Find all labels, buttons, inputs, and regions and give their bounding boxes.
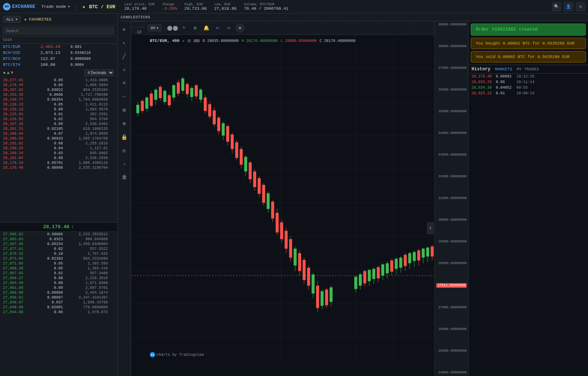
coin-list-item[interactable]: BTC/ETH 100.00 0.0004 bbox=[0, 62, 117, 68]
orderbook-sell-row[interactable]: 28,249.77 0.06354 1,794.9903858 bbox=[0, 97, 117, 102]
line-tool[interactable]: ╱ bbox=[119, 51, 129, 61]
orderbook-buy-row[interactable]: 27,877.61 0.02 557.5522 bbox=[0, 247, 117, 251]
orderbook-sell-row[interactable]: 28,190.25 0.04 1,127.61 bbox=[0, 146, 117, 151]
user-icon-button[interactable]: 👤 bbox=[564, 2, 573, 11]
coin-list-item[interactable]: BTC/EUR 2,483.49 0.081 bbox=[0, 44, 117, 50]
brand-name: EXCHANGE bbox=[12, 4, 35, 9]
decimals-select[interactable]: 4 Decimals 2 Decimals 6 Decimals 8 Decim… bbox=[84, 69, 114, 76]
orderbook-buy-row[interactable]: 27,887.56 0.05234 1,459.6348904 bbox=[0, 242, 117, 247]
delete-tool[interactable]: 🗑 bbox=[119, 172, 129, 182]
orderbook-buy-row[interactable]: 27,860.00 0.09809 2,454.1874 bbox=[0, 290, 117, 295]
alert-icon[interactable]: 🔔 bbox=[202, 24, 211, 33]
favorites-tool[interactable]: ⬦ bbox=[119, 159, 129, 169]
orderbook-buy-row[interactable]: 27,846.09 0.02801 779.9689809 bbox=[0, 305, 117, 310]
orderbook-buy-row[interactable]: 27,893.03 0.0323 900.944869 bbox=[0, 237, 117, 242]
chart-left-tools: ✛ ↖ ╱ ∠ ≡ ← ⊞ ⊕ 🔒 ◎ ⬦ 🗑 bbox=[118, 21, 131, 376]
top-header: GO EXCHANGE Trade mode ▾ ★ BTC / EUR Las… bbox=[0, 0, 588, 13]
sort-up-icon: ▲ bbox=[7, 70, 9, 76]
history-trade-row[interactable]: 28,025.22 0.01 10:09:13 bbox=[469, 91, 588, 96]
orderbook-sell-row[interactable]: 28,238.23 0.05 1,411.9115 bbox=[0, 102, 117, 107]
orderbook-buy-row[interactable]: 27,866.27 0.08 2,229.3016 bbox=[0, 276, 117, 281]
tab-favorites-label: ★ FAVORITES bbox=[24, 17, 51, 22]
orderbook-sell-row[interactable]: 28,176.48 0.08998 2,535.3196704 bbox=[0, 165, 117, 170]
forward-icon[interactable]: ↪ bbox=[224, 24, 233, 33]
orderbook-sell-row[interactable]: 28,207.18 0.09 2,538.6462 bbox=[0, 122, 117, 126]
sort-indicator: ● ▲ ▼ bbox=[3, 70, 13, 76]
eye-tool[interactable]: ◎ bbox=[119, 146, 129, 155]
coin-col-header: Coin bbox=[3, 38, 40, 42]
angle-tool[interactable]: ∠ bbox=[119, 65, 129, 74]
svg-rect-75 bbox=[262, 185, 265, 203]
svg-rect-37 bbox=[177, 82, 180, 94]
orderbook-sell-row[interactable]: 28,225.91 0.01 282.2591 bbox=[0, 112, 117, 117]
orderbook-buy-row[interactable]: 27,861.89 0.09 2,507.5701 bbox=[0, 285, 117, 290]
lock-tool[interactable]: 🔒 bbox=[119, 132, 129, 142]
measure-tool[interactable]: ⊞ bbox=[119, 105, 129, 115]
orderbook-sell-row[interactable]: 28,277.61 0.05 1,413.8805 bbox=[0, 78, 117, 83]
orderbook-buy-row[interactable]: 27,864.48 0.06 1,671.8688 bbox=[0, 281, 117, 285]
history-trade-row[interactable]: 28,176.48 0.00002 10:12:29 bbox=[469, 74, 588, 79]
h-price: 28,176.48 bbox=[472, 74, 496, 79]
orderbook-sell-row[interactable]: 28,253.26 0.0608 1,717.798208 bbox=[0, 92, 117, 97]
ohlc-high: H 28176.48000000 bbox=[242, 39, 278, 43]
crosshair-tool[interactable]: ✛ bbox=[119, 24, 129, 34]
pair-label[interactable]: ★ BTC / EUR bbox=[82, 4, 115, 10]
chart-close-button[interactable]: ✕ bbox=[236, 24, 245, 33]
volume-col-header bbox=[70, 38, 108, 42]
svg-rect-125 bbox=[395, 259, 398, 269]
search-input[interactable] bbox=[3, 27, 114, 34]
orderbook-buy-row[interactable]: 27,867.03 0.02 557.3406 bbox=[0, 271, 117, 276]
replay-icon[interactable]: ↩ bbox=[213, 24, 222, 33]
orderbook-sell-row[interactable]: 28,226.13 0.06 1,693.5678 bbox=[0, 107, 117, 112]
trade-mode-button[interactable]: Trade mode ▾ bbox=[41, 4, 70, 9]
search-button[interactable]: 🔍 bbox=[552, 2, 561, 11]
orderbook-buy-row[interactable]: 27,846.97 0.037 1,030.33789 bbox=[0, 300, 117, 305]
expand-chart-button[interactable]: ❯ bbox=[427, 222, 434, 234]
history-trade-row[interactable]: 28,033.25 0.08 10:11:14 bbox=[469, 79, 588, 85]
sold-notification: You sold 0.00002 BTC for 0.5635296 EUR bbox=[471, 51, 586, 62]
orderbook-sell-row[interactable]: 28,181.04 0.09 2,536.2936 bbox=[0, 156, 117, 161]
orderbook-sell-row[interactable]: 28,178.19 0.05701 1,606.4386119 bbox=[0, 161, 117, 165]
toolbar-separator bbox=[165, 25, 165, 31]
zoom-tool[interactable]: ⊕ bbox=[119, 119, 129, 128]
orderbook-buy-row[interactable]: 27,859.61 0.08067 2,247.4341387 bbox=[0, 295, 117, 300]
mid-price-value: 28,176.48 bbox=[43, 224, 69, 230]
indicator-icon[interactable]: ⚙ bbox=[191, 24, 200, 33]
orderbook-buy-row[interactable]: 27,868.36 0.05 1,393.418 bbox=[0, 266, 117, 271]
orderbook-buy-row[interactable]: 27,873.83 0.02383 664.2333689 bbox=[0, 256, 117, 261]
back-tool[interactable]: ← bbox=[119, 92, 129, 101]
ob-sell-total: 845.6802 bbox=[63, 151, 108, 155]
timeframe-8h-button[interactable]: 8h ▾ bbox=[148, 24, 162, 31]
orderbook-buy-row[interactable]: 27,876.32 0.10 2,787.632 bbox=[0, 251, 117, 256]
fibonacci-tool[interactable]: ≡ bbox=[119, 78, 129, 88]
orderbook-sell-row[interactable]: 28,201.31 0.02185 616.1986235 bbox=[0, 126, 117, 131]
cursor-tool[interactable]: ↖ bbox=[119, 38, 129, 48]
tab-favorites[interactable]: ★ FAVORITES bbox=[24, 17, 51, 22]
current-price-level: 27811.06000000 bbox=[436, 283, 467, 288]
high-value: 29,723.06 bbox=[185, 6, 207, 11]
orderbook-sell-row[interactable]: 28,189.34 0.03 845.6802 bbox=[0, 151, 117, 156]
svg-rect-27 bbox=[154, 90, 157, 100]
orderbook-sell-row[interactable]: 28,200.93 0.06933 1,955.1704769 bbox=[0, 136, 117, 141]
tab-all[interactable]: ALL ▾ bbox=[3, 16, 21, 23]
orderbook-buy-row[interactable]: 27,871.86 0.05 1,393.593 bbox=[0, 261, 117, 266]
orderbook-sell-row[interactable]: 28,218.52 0.02 564.3704 bbox=[0, 117, 117, 122]
orderbook-buy-row[interactable]: 27,896.02 0.08006 2,233.3553612 bbox=[0, 232, 117, 237]
candle-type-icon[interactable]: ⬤⬤ bbox=[168, 24, 177, 33]
settings-icon-button[interactable]: ⚙ bbox=[576, 2, 585, 11]
tab-markets[interactable]: MARKETS bbox=[495, 67, 512, 71]
orderbook-sell-row[interactable]: 28,191.02 0.08 2,255.2816 bbox=[0, 141, 117, 146]
change-stat: Change -3.55% bbox=[162, 3, 177, 11]
coin-list-item[interactable]: BCH/USD 2,873.13 0.0348218 bbox=[0, 50, 117, 56]
orderbook-sell-row[interactable]: 28,276.49 0.06 1,696.5894 bbox=[0, 83, 117, 88]
orderbook-buy-row[interactable]: 27,844.00 0.06 1,670.673 bbox=[0, 310, 117, 315]
compare-icon[interactable]: ≈ bbox=[179, 24, 188, 33]
ob-buy-total: 900.944869 bbox=[63, 237, 108, 241]
history-trade-row[interactable]: 28,034.36 0.04052 09:55 bbox=[469, 85, 588, 91]
svg-rect-63 bbox=[235, 142, 238, 158]
coin-table-header: Coin bbox=[0, 36, 117, 44]
orderbook-sell-row[interactable]: 28,267.82 0.03022 854.2535204 bbox=[0, 88, 117, 92]
coin-list-item[interactable]: BTC/BCH 112.07 0.0000089 bbox=[0, 56, 117, 62]
tab-my-trades[interactable]: MY TRADES bbox=[517, 67, 539, 71]
orderbook-sell-row[interactable]: 28,200.94 0.07 1,974.0658 bbox=[0, 131, 117, 136]
